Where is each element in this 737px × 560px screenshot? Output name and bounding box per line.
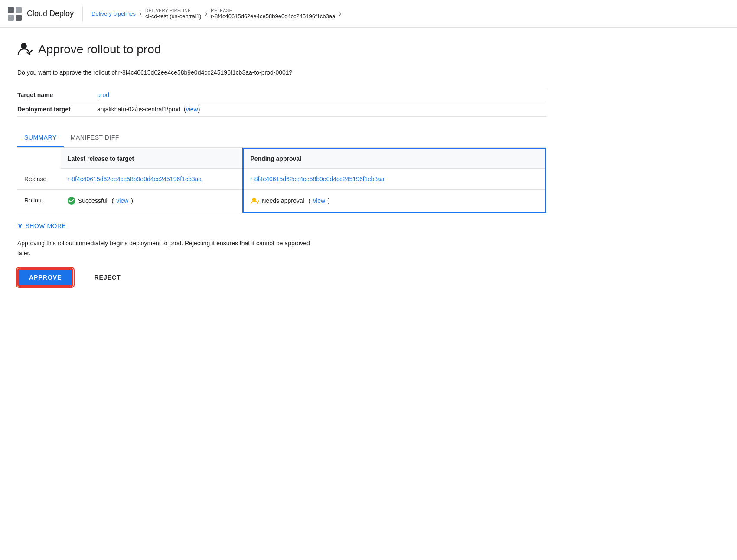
rollout-pending-view-link[interactable]: view (313, 197, 325, 204)
success-check-icon (68, 197, 75, 205)
approve-button[interactable]: APPROVE (17, 268, 73, 287)
release-pending-cell: r-8f4c40615d62ee4ce58b9e0d4cc245196f1cb3… (243, 169, 546, 190)
app-name: Cloud Deploy (27, 9, 74, 18)
table-row-rollout: Rollout Successful (view) (17, 190, 546, 212)
reject-button[interactable]: REJECT (84, 270, 131, 285)
chevron-icon-3: › (339, 9, 341, 18)
target-name-value: prod (97, 91, 109, 98)
release-latest-cell: r-8f4c40615d62ee4ce58b9e0d4cc245196f1cb3… (61, 169, 243, 190)
breadcrumb-pipelines[interactable]: Delivery pipelines (91, 10, 136, 17)
release-row-label: Release (17, 169, 61, 190)
rollout-latest-view-link[interactable]: view (116, 197, 128, 204)
button-row: APPROVE REJECT (17, 268, 546, 287)
info-table: Target name prod Deployment target anjal… (17, 88, 546, 117)
summary-table: Latest release to target Pending approva… (17, 148, 546, 213)
svg-point-4 (21, 43, 27, 49)
col-latest-release-header: Latest release to target (61, 149, 243, 169)
tab-summary[interactable]: SUMMARY (17, 129, 64, 147)
rollout-approval-status: Needs approval (view) (251, 197, 538, 205)
chevron-down-icon: ∨ (17, 221, 23, 230)
page-title-row: Approve rollout to prod (17, 42, 546, 57)
main-content: Approve rollout to prod Do you want to a… (0, 28, 564, 300)
deployment-target-label: Deployment target (17, 106, 87, 113)
approval-description: Approving this rollout immediately begin… (17, 238, 321, 258)
target-name-link[interactable]: prod (97, 91, 109, 98)
deployment-target-view-link[interactable]: view (186, 106, 198, 113)
deployment-target-value: anjalikhatri-02/us-central1/prod (view) (97, 106, 200, 113)
approve-person-icon (17, 42, 33, 57)
rollout-success-status: Successful (view) (68, 197, 235, 205)
logo-area: Cloud Deploy (7, 6, 83, 22)
rollout-latest-cell: Successful (view) (61, 190, 243, 212)
needs-approval-icon (251, 197, 259, 205)
release-latest-link[interactable]: r-8f4c40615d62ee4ce58b9e0d4cc245196f1cb3… (68, 176, 202, 182)
svg-rect-2 (8, 15, 14, 21)
breadcrumb: Delivery pipelines › DELIVERY PIPELINE c… (91, 8, 343, 20)
target-name-label: Target name (17, 91, 87, 98)
deployment-target-row: Deployment target anjalikhatri-02/us-cen… (17, 102, 546, 117)
chevron-icon-1: › (139, 9, 142, 18)
svg-rect-0 (8, 7, 14, 13)
chevron-icon-2: › (205, 9, 207, 18)
col-empty-header (17, 149, 61, 169)
cloud-deploy-logo-icon (7, 6, 23, 22)
col-pending-approval-header: Pending approval (243, 149, 546, 169)
page-title: Approve rollout to prod (38, 42, 161, 56)
table-row-release: Release r-8f4c40615d62ee4ce58b9e0d4cc245… (17, 169, 546, 190)
svg-point-5 (68, 197, 75, 205)
tab-manifest-diff[interactable]: MANIFEST DIFF (64, 129, 126, 147)
tabs: SUMMARY MANIFEST DIFF (17, 129, 546, 148)
svg-rect-1 (16, 7, 22, 13)
svg-rect-3 (16, 15, 22, 21)
rollout-row-label: Rollout (17, 190, 61, 212)
breadcrumb-delivery-pipeline: DELIVERY PIPELINE ci-cd-test (us-central… (145, 8, 201, 20)
show-more-button[interactable]: ∨ SHOW MORE (17, 221, 546, 230)
app-header: Cloud Deploy Delivery pipelines › DELIVE… (0, 0, 737, 28)
page-description: Do you want to approve the rollout of r-… (17, 68, 546, 77)
release-pending-link[interactable]: r-8f4c40615d62ee4ce58b9e0d4cc245196f1cb3… (251, 176, 385, 182)
target-name-row: Target name prod (17, 88, 546, 102)
breadcrumb-release: RELEASE r-8f4c40615d62ee4ce58b9e0d4cc245… (211, 8, 335, 20)
rollout-pending-cell: Needs approval (view) (243, 190, 546, 212)
